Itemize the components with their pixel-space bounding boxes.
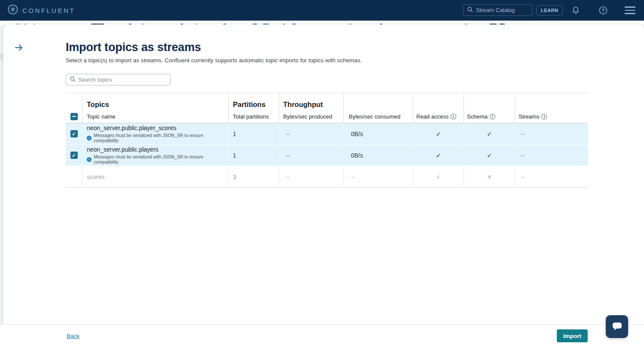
cell-read-access: ✓ — [413, 123, 464, 144]
column-streams: Streams — [519, 113, 539, 120]
cell-schema: ✓ — [464, 145, 515, 166]
column-topic-name: Topic name — [82, 109, 228, 124]
cell-streams: -- — [515, 145, 588, 166]
cell-bytes-consumed: -- — [343, 166, 413, 187]
wizard-footer: Back Import — [0, 324, 644, 347]
info-icon[interactable] — [490, 114, 495, 119]
confluent-logo[interactable]: CONFLUENT — [8, 4, 75, 16]
chat-widget-button[interactable] — [606, 315, 628, 338]
cell-bytes-consumed: 0B/s — [343, 145, 413, 166]
cell-bytes-produced: -- — [279, 145, 343, 166]
cell-streams: -- — [515, 166, 588, 187]
notifications-bell-icon[interactable] — [570, 5, 581, 16]
cell-partitions: 1 — [228, 123, 279, 144]
table-row-scores: scores 3 -- -- ✓ ✕ -- — [66, 166, 588, 188]
search-topics-field[interactable] — [66, 74, 171, 85]
search-icon — [467, 6, 473, 14]
help-icon[interactable]: ? — [598, 5, 609, 16]
cell-bytes-produced: -- — [279, 166, 343, 187]
cell-bytes-produced: -- — [279, 123, 343, 144]
import-button[interactable]: Import — [557, 329, 588, 342]
cell-read-access: ✓ — [413, 166, 464, 187]
column-bytes-produced: Bytes/sec produced — [279, 109, 343, 124]
stream-catalog-input[interactable] — [476, 7, 525, 13]
column-total-partitions: Total partitions — [229, 109, 279, 124]
collapse-panel-arrow-icon[interactable] — [13, 42, 25, 54]
topic-note: Messages must be serialized with JSON_SR… — [87, 133, 228, 143]
table-row-player-scores[interactable]: neon_server.public.player_scores Message… — [66, 123, 588, 145]
column-schema: Schema — [467, 113, 488, 120]
table-row-players[interactable]: neon_server.public.players Messages must… — [66, 145, 588, 166]
cell-streams: -- — [515, 123, 588, 144]
cell-partitions: 3 — [228, 166, 279, 187]
brand-name: CONFLUENT — [22, 7, 75, 14]
cell-read-access: ✓ — [413, 145, 464, 166]
topic-name: neon_server.public.player_scores — [87, 125, 177, 131]
cell-bytes-consumed: 0B/s — [343, 123, 413, 144]
confluent-spark-icon — [8, 4, 18, 16]
back-link[interactable]: Back — [67, 333, 79, 339]
topic-note: Messages must be serialized with JSON_SR… — [87, 154, 228, 164]
table-header: Topics Topic name Partitions Total parti… — [66, 93, 588, 123]
search-topics-input[interactable] — [78, 76, 162, 83]
topic-name: scores — [87, 174, 104, 180]
column-read-access: Read access — [416, 113, 449, 120]
select-all-checkbox[interactable] — [70, 113, 78, 120]
info-icon — [87, 136, 92, 140]
stream-catalog-search[interactable] — [463, 4, 532, 16]
info-icon[interactable] — [541, 114, 547, 119]
row-checkbox[interactable] — [70, 152, 78, 159]
info-icon[interactable] — [451, 114, 456, 119]
topics-table: Topics Topic name Partitions Total parti… — [66, 93, 588, 188]
column-group-throughput: Throughput — [279, 93, 343, 109]
learn-button[interactable]: LEARN — [536, 5, 563, 15]
svg-text:?: ? — [602, 8, 605, 13]
search-icon — [70, 76, 76, 84]
top-navbar: CONFLUENT LEARN ? — [0, 0, 644, 21]
cell-partitions: 1 — [228, 145, 279, 166]
cell-schema: ✕ — [464, 166, 515, 187]
topic-name: neon_server.public.players — [87, 146, 159, 153]
row-checkbox[interactable] — [70, 130, 78, 137]
cell-schema: ✓ — [464, 123, 515, 144]
speech-bubble-icon — [611, 320, 623, 334]
hamburger-menu-icon[interactable] — [624, 5, 635, 16]
page-subtitle: Select a topic(s) to import as streams. … — [66, 57, 644, 64]
column-bytes-consumed: Bytes/sec consumed — [344, 109, 413, 124]
import-topics-panel: Import topics as streams Select a topic(… — [3, 24, 644, 347]
column-group-partitions: Partitions — [229, 93, 279, 109]
column-group-topics: Topics — [82, 93, 228, 109]
background-sidebar-edge — [0, 53, 3, 60]
page-title: Import topics as streams — [66, 41, 644, 54]
info-icon — [87, 157, 92, 162]
